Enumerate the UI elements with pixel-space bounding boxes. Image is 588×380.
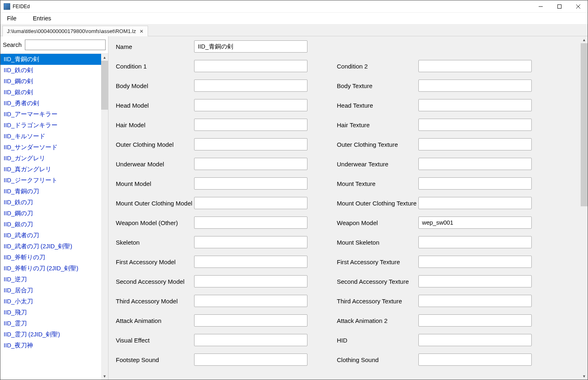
- field-input[interactable]: [194, 99, 307, 111]
- main-panel: NameCondition 1Condition 2Body ModelBody…: [108, 36, 588, 380]
- list-item[interactable]: IID_鉄の剣: [0, 65, 101, 76]
- main-scrollbar[interactable]: ▲ ▼: [581, 36, 588, 380]
- field-input[interactable]: [418, 334, 532, 346]
- field-input[interactable]: [194, 334, 307, 346]
- field-input[interactable]: [194, 236, 307, 248]
- list-item[interactable]: IID_逆刀: [0, 274, 101, 285]
- list-item[interactable]: IID_武者の刀: [0, 230, 101, 241]
- field-input[interactable]: [418, 60, 532, 72]
- field-label: First Accessory Model: [116, 258, 194, 265]
- field-input[interactable]: [418, 119, 532, 131]
- field-label: HID: [337, 337, 418, 344]
- field-label: Clothing Sound: [337, 356, 418, 363]
- field-label: Mount Model: [116, 180, 194, 187]
- field-label: Hair Model: [116, 122, 194, 128]
- minimize-button[interactable]: [531, 0, 550, 13]
- field-label: First Accessory Texture: [337, 258, 418, 265]
- field-input[interactable]: [194, 197, 307, 209]
- tab-label: J:\luma\titles\0004000000179800\romfs\as…: [7, 28, 136, 34]
- scroll-thumb[interactable]: [581, 43, 588, 206]
- scroll-thumb[interactable]: [101, 61, 108, 110]
- field-input[interactable]: [194, 119, 307, 131]
- titlebar: FEIDEd: [0, 0, 588, 13]
- tab-file[interactable]: J:\luma\titles\0004000000179800\romfs\as…: [2, 26, 148, 36]
- maximize-button[interactable]: [550, 0, 569, 13]
- window-controls: [531, 0, 588, 13]
- field-input[interactable]: [194, 275, 307, 287]
- scroll-up-icon[interactable]: ▲: [101, 54, 108, 61]
- list-item[interactable]: IID_武者の刀 (2JID_剣聖): [0, 241, 101, 252]
- list-item[interactable]: IID_斧斬りの刀: [0, 252, 101, 263]
- list-item[interactable]: IID_ドラゴンキラー: [0, 120, 101, 131]
- menu-entries[interactable]: Entries: [30, 14, 53, 23]
- field-input[interactable]: [194, 158, 307, 170]
- field-input[interactable]: [194, 295, 307, 307]
- list-item[interactable]: IID_霊刀: [0, 318, 101, 329]
- list-item[interactable]: IID_銀の刀: [0, 219, 101, 230]
- field-label: Underwear Texture: [337, 161, 418, 168]
- list-item[interactable]: IID_アーマーキラー: [0, 109, 101, 120]
- field-input[interactable]: [418, 236, 532, 248]
- list-item[interactable]: IID_鋼の刀: [0, 208, 101, 219]
- list-item[interactable]: IID_真ガングレリ: [0, 164, 101, 175]
- list-item[interactable]: IID_斧斬りの刀 (2JID_剣聖): [0, 263, 101, 274]
- field-input[interactable]: [418, 275, 532, 287]
- search-label: Search: [3, 42, 22, 48]
- field-label: Mount Outer Clothing Model: [116, 200, 194, 207]
- field-input[interactable]: [418, 314, 532, 327]
- sidebar-scrollbar[interactable]: ▲ ▼: [101, 54, 108, 380]
- close-icon[interactable]: ✕: [139, 29, 144, 34]
- field-label: Mount Texture: [337, 180, 418, 187]
- field-input[interactable]: [418, 217, 532, 229]
- list-item[interactable]: IID_ジークフリート: [0, 175, 101, 186]
- list-item[interactable]: IID_鉄の刀: [0, 197, 101, 208]
- list-item[interactable]: IID_鋼の剣: [0, 76, 101, 87]
- field-label: Footstep Sound: [116, 356, 194, 363]
- list-item[interactable]: IID_小太刀: [0, 296, 101, 307]
- field-label: Third Accessory Texture: [337, 298, 418, 305]
- field-input[interactable]: [418, 177, 532, 190]
- field-input[interactable]: [418, 99, 532, 111]
- field-input[interactable]: [194, 314, 307, 327]
- field-input[interactable]: [418, 256, 532, 268]
- field-input[interactable]: [194, 60, 307, 72]
- list-item[interactable]: IID_居合刀: [0, 285, 101, 296]
- list-item[interactable]: IID_青銅の剣: [0, 54, 101, 65]
- list-item[interactable]: IID_キルソード: [0, 131, 101, 142]
- field-input[interactable]: [194, 256, 307, 268]
- field-input[interactable]: [194, 217, 307, 229]
- list-item[interactable]: IID_飛刀: [0, 307, 101, 318]
- list-item[interactable]: IID_霊刀 (2JID_剣聖): [0, 329, 101, 340]
- field-input[interactable]: [418, 138, 532, 150]
- field-input[interactable]: [418, 80, 532, 92]
- field-input[interactable]: [418, 197, 532, 209]
- field-label: Body Model: [116, 82, 194, 89]
- field-input[interactable]: [194, 138, 307, 150]
- field-input[interactable]: [418, 353, 532, 366]
- field-label: Second Accessory Texture: [337, 278, 418, 285]
- field-input[interactable]: [418, 158, 532, 170]
- field-input[interactable]: [194, 40, 307, 53]
- list-item[interactable]: IID_勇者の剣: [0, 98, 101, 109]
- field-label: Hair Texture: [337, 122, 418, 128]
- menu-file[interactable]: File: [4, 14, 19, 23]
- field-label: Second Accessory Model: [116, 278, 194, 285]
- list-item[interactable]: IID_ガングレリ: [0, 153, 101, 164]
- field-label: Mount Outer Clothing Texture: [337, 200, 418, 207]
- list-item[interactable]: IID_銀の剣: [0, 87, 101, 98]
- scroll-down-icon[interactable]: ▼: [101, 373, 108, 380]
- field-input[interactable]: [194, 177, 307, 190]
- field-label: Outer Clothing Texture: [337, 141, 418, 148]
- scroll-up-icon[interactable]: ▲: [581, 36, 588, 43]
- field-label: Body Texture: [337, 82, 418, 89]
- close-button[interactable]: [569, 0, 588, 13]
- list-item[interactable]: IID_サンダーソード: [0, 142, 101, 153]
- field-input[interactable]: [194, 353, 307, 366]
- list-item[interactable]: IID_夜刀神: [0, 340, 101, 351]
- field-input[interactable]: [194, 80, 307, 92]
- scroll-down-icon[interactable]: ▼: [581, 373, 588, 380]
- search-input[interactable]: [25, 40, 106, 50]
- field-input[interactable]: [418, 295, 532, 307]
- list-item[interactable]: IID_青銅の刀: [0, 186, 101, 197]
- field-label: Condition 1: [116, 63, 194, 70]
